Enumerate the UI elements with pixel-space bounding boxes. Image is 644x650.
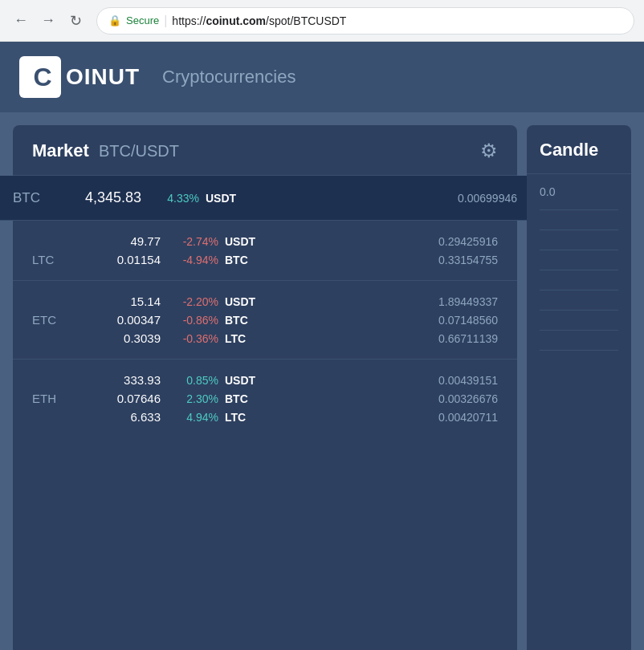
secure-label: Secure <box>126 14 159 26</box>
candle-line-4 <box>540 270 618 290</box>
ltc-currency-btc: BTC <box>225 254 273 266</box>
page-content: C OINUT Cryptocurrencies Market BTC/USDT… <box>0 42 644 650</box>
ltc-price-btc: 0.01154 <box>80 253 161 266</box>
etc-price-btc: 0.00347 <box>80 313 161 327</box>
ltc-volume-btc: 0.33154755 <box>273 254 498 266</box>
site-header: C OINUT Cryptocurrencies <box>0 42 644 112</box>
crypto-section: BTC 4,345.83 4.33% USDT 0.00699946 LTC 4… <box>13 176 517 437</box>
candle-line-5 <box>540 290 618 310</box>
eth-volume-usdt: 0.00439151 <box>273 374 498 387</box>
eth-currency-usdt: USDT <box>225 374 273 387</box>
ltc-currency-usdt: USDT <box>225 235 273 248</box>
table-row: ETC 0.00347 -0.86% BTC 0.07148560 <box>32 311 498 329</box>
eth-group: ETH 333.93 0.85% USDT 0.00439151 ETH 0.0… <box>13 360 517 437</box>
ltc-symbol-2: LTC <box>32 253 80 266</box>
btc-group: BTC 4,345.83 4.33% USDT 0.00699946 <box>0 176 536 221</box>
etc-symbol-2: ETC <box>32 313 80 327</box>
candle-line-6 <box>540 310 618 330</box>
market-label: Market <box>32 140 89 161</box>
table-row: ETC 15.14 -2.20% USDT 1.89449337 <box>32 292 498 311</box>
ltc-volume-usdt: 0.29425916 <box>273 235 498 248</box>
eth-currency-btc: BTC <box>225 392 273 405</box>
url-separator: | <box>164 14 167 28</box>
eth-change-usdt: 0.85% <box>161 374 225 387</box>
ltc-change-btc: -4.94% <box>161 254 225 266</box>
candle-value: 0.0 <box>527 174 631 209</box>
candle-line-3 <box>540 250 618 270</box>
candle-line-8 <box>540 350 618 370</box>
eth-price-btc: 0.07646 <box>80 392 161 405</box>
forward-button[interactable]: → <box>37 10 59 32</box>
market-header: Market BTC/USDT ⚙ <box>13 125 517 176</box>
btc-symbol: BTC <box>13 190 61 206</box>
logo-letter: C <box>33 63 50 92</box>
etc-group: ETC 15.14 -2.20% USDT 1.89449337 ETC 0.0… <box>13 281 517 360</box>
etc-currency-ltc: LTC <box>225 332 273 345</box>
eth-symbol-2: ETH <box>32 392 80 405</box>
btc-change: 4.33% <box>141 192 206 205</box>
table-row: LTC 0.01154 -4.94% BTC 0.33154755 <box>32 250 498 269</box>
etc-change-usdt: -2.20% <box>161 295 225 308</box>
logo-box: C <box>19 56 61 98</box>
etc-price-ltc: 0.3039 <box>80 331 161 345</box>
eth-volume-ltc: 0.00420711 <box>273 411 498 424</box>
table-row: ETH 333.93 0.85% USDT 0.00439151 <box>32 371 498 389</box>
site-title: Cryptocurrencies <box>162 67 296 87</box>
browser-chrome: ← → ↻ 🔒 Secure | https://coinut.com/spot… <box>0 0 644 42</box>
eth-currency-ltc: LTC <box>225 411 273 424</box>
refresh-button[interactable]: ↻ <box>64 10 87 32</box>
eth-price-usdt: 333.93 <box>80 373 161 387</box>
etc-volume-ltc: 0.66711139 <box>273 332 498 345</box>
ltc-group: LTC 49.77 -2.74% USDT 0.29425916 LTC 0.0… <box>13 221 517 281</box>
eth-volume-btc: 0.00326676 <box>273 392 498 405</box>
logo-text: OINUT <box>66 64 140 90</box>
etc-change-btc: -0.86% <box>161 314 225 327</box>
settings-icon[interactable]: ⚙ <box>480 140 498 162</box>
candle-line-1 <box>540 209 618 230</box>
market-title-group: Market BTC/USDT <box>32 140 179 161</box>
nav-buttons: ← → ↻ <box>10 10 87 32</box>
candle-panel: Candle 0.0 <box>527 125 631 650</box>
eth-price-ltc: 6.633 <box>80 410 161 424</box>
logo-container: C OINUT <box>19 56 140 98</box>
eth-change-btc: 2.30% <box>161 392 225 405</box>
btc-price: 4,345.83 <box>61 189 141 206</box>
main-layout: Market BTC/USDT ⚙ BTC 4,345.83 4.33% USD… <box>0 112 644 650</box>
address-bar[interactable]: 🔒 Secure | https://coinut.com/spot/BTCUS… <box>96 7 634 35</box>
etc-currency-btc: BTC <box>225 314 273 327</box>
table-row: ETC 0.3039 -0.36% LTC 0.66711139 <box>32 329 498 347</box>
etc-volume-btc: 0.07148560 <box>273 314 498 327</box>
table-row: ETH 0.07646 2.30% BTC 0.00326676 <box>32 389 498 408</box>
lock-icon: 🔒 <box>108 14 121 26</box>
eth-change-ltc: 4.94% <box>161 411 225 424</box>
table-row: BTC 4,345.83 4.33% USDT 0.00699946 <box>13 187 517 209</box>
etc-price-usdt: 15.14 <box>80 295 161 308</box>
etc-change-ltc: -0.36% <box>161 332 225 345</box>
table-row: LTC 49.77 -2.74% USDT 0.29425916 <box>32 232 498 250</box>
candle-line-2 <box>540 230 618 250</box>
table-row: ETH 6.633 4.94% LTC 0.00420711 <box>32 408 498 426</box>
url-domain: coinut.com <box>206 14 266 27</box>
ltc-change-usdt: -2.74% <box>161 235 225 248</box>
url-prefix: https:// <box>172 14 206 27</box>
market-pair: BTC/USDT <box>99 142 179 160</box>
etc-currency-usdt: USDT <box>225 295 273 308</box>
back-button[interactable]: ← <box>10 10 32 32</box>
btc-volume: 0.00699946 <box>254 192 517 205</box>
ltc-price-usdt: 49.77 <box>80 234 161 248</box>
candle-line-7 <box>540 330 618 350</box>
candle-label: Candle <box>540 140 598 160</box>
url-text: https://coinut.com/spot/BTCUSDT <box>172 14 346 27</box>
btc-currency: USDT <box>206 192 254 205</box>
candle-header: Candle <box>527 125 631 174</box>
etc-volume-usdt: 1.89449337 <box>273 295 498 308</box>
url-path: /spot/BTCUSDT <box>266 14 346 27</box>
market-panel: Market BTC/USDT ⚙ BTC 4,345.83 4.33% USD… <box>13 125 517 650</box>
candle-dividers <box>527 209 631 370</box>
